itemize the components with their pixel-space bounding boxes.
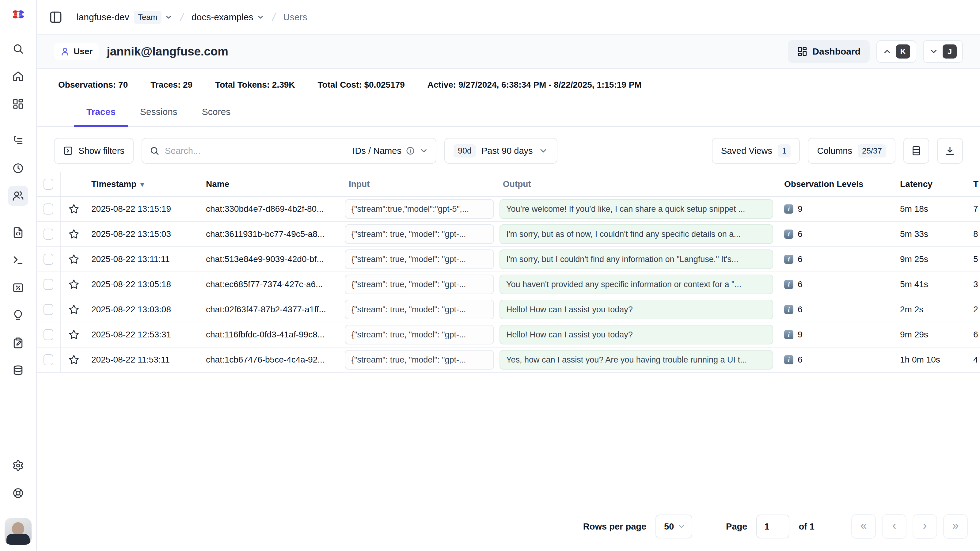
table-row[interactable]: 2025-08-22 13:05:18 chat:ec685f77-7374-4… xyxy=(37,272,980,297)
cell-latency: 9m 29s xyxy=(889,330,959,339)
page-label: Page xyxy=(726,522,747,532)
cell-input[interactable]: {"stream": true, "model": "gpt-... xyxy=(345,300,494,319)
col-header-input[interactable]: Input xyxy=(341,179,496,189)
cell-observation-levels: 6 xyxy=(798,254,803,264)
col-header-timestamp[interactable]: Timestamp▼ xyxy=(87,179,201,189)
stat-total-cost: Total Cost: $0.025179 xyxy=(318,80,405,90)
prev-user-button[interactable]: K xyxy=(877,40,916,63)
home-icon[interactable] xyxy=(8,66,28,86)
settings-icon[interactable] xyxy=(8,455,28,476)
search-nav-icon[interactable] xyxy=(8,38,28,59)
export-button[interactable] xyxy=(937,138,963,164)
sort-desc-icon: ▼ xyxy=(139,181,146,188)
cell-observation-levels: 9 xyxy=(798,204,803,214)
row-checkbox[interactable] xyxy=(43,229,53,240)
table-row[interactable]: 2025-08-22 13:15:03 chat:3611931b-bc77-4… xyxy=(37,222,980,247)
cell-input[interactable]: {"stream": true, "model": "gpt-... xyxy=(345,350,494,369)
col-header-tokens[interactable]: T xyxy=(959,179,980,189)
row-checkbox[interactable] xyxy=(43,304,53,315)
show-filters-button[interactable]: Show filters xyxy=(54,138,134,164)
row-checkbox[interactable] xyxy=(43,279,53,290)
insights-icon[interactable] xyxy=(8,305,28,325)
cell-tokens: 7 xyxy=(959,204,980,214)
last-page-button[interactable]: » xyxy=(943,514,968,539)
row-checkbox[interactable] xyxy=(43,354,53,365)
cell-timestamp: 2025-08-22 13:05:18 xyxy=(87,279,201,289)
cell-timestamp: 2025-08-22 13:11:11 xyxy=(87,254,201,264)
star-icon[interactable] xyxy=(68,229,80,240)
table-row[interactable]: 2025-08-22 13:03:08 chat:02f63f47-87b2-4… xyxy=(37,297,980,322)
star-icon[interactable] xyxy=(68,204,80,215)
table-row[interactable]: 2025-08-22 13:15:19 chat:330bd4e7-d869-4… xyxy=(37,197,980,222)
star-icon[interactable] xyxy=(68,254,80,265)
user-avatar[interactable] xyxy=(5,518,32,545)
evaluation-icon[interactable] xyxy=(8,278,28,298)
playground-icon[interactable] xyxy=(8,250,28,270)
main-area: langfuse-dev Team / docs-examples / User… xyxy=(37,0,980,551)
next-page-button[interactable]: › xyxy=(913,514,937,539)
columns-button[interactable]: Columns 25/37 xyxy=(808,138,896,164)
cell-input[interactable]: {"stream": true, "model": "gpt-... xyxy=(345,225,494,244)
cell-output[interactable]: I'm sorry, but as of now, I couldn't fin… xyxy=(500,225,773,244)
datasets-icon[interactable] xyxy=(8,360,28,381)
tab-traces[interactable]: Traces xyxy=(74,101,128,127)
users-nav-icon[interactable] xyxy=(8,186,28,206)
sessions-icon[interactable] xyxy=(8,158,28,178)
support-icon[interactable] xyxy=(8,483,28,503)
tab-scores[interactable]: Scores xyxy=(190,101,243,127)
annotation-icon[interactable] xyxy=(8,333,28,353)
saved-views-button[interactable]: Saved Views 1 xyxy=(712,138,800,164)
cell-tokens: 6 xyxy=(959,330,980,339)
tab-sessions[interactable]: Sessions xyxy=(128,101,190,127)
chevron-down-icon[interactable] xyxy=(256,13,264,21)
table-row[interactable]: 2025-08-22 12:53:31 chat:116fbfdc-0fd3-4… xyxy=(37,322,980,347)
chevron-down-icon xyxy=(538,146,548,156)
breadcrumb-project[interactable]: docs-examples xyxy=(191,12,253,22)
dashboards-icon[interactable] xyxy=(8,94,28,114)
prompts-icon[interactable] xyxy=(8,223,28,243)
row-height-button[interactable] xyxy=(904,138,929,164)
cell-input[interactable]: {"stream": true, "model": "gpt-... xyxy=(345,275,494,294)
cell-input[interactable]: {"stream":true,"model":"gpt-5",... xyxy=(345,199,494,219)
first-page-button[interactable]: « xyxy=(851,514,876,539)
dashboard-button[interactable]: Dashboard xyxy=(788,40,870,63)
col-header-name[interactable]: Name xyxy=(201,179,341,189)
col-header-observation-levels[interactable]: Observation Levels xyxy=(775,179,889,189)
next-user-button[interactable]: J xyxy=(923,40,963,63)
app-root: langfuse-dev Team / docs-examples / User… xyxy=(0,0,980,551)
table-row[interactable]: 2025-08-22 11:53:11 chat:1cb67476-b5ce-4… xyxy=(37,347,980,373)
col-header-latency[interactable]: Latency xyxy=(889,179,959,189)
star-icon[interactable] xyxy=(68,329,80,340)
star-icon[interactable] xyxy=(68,279,80,290)
table-row[interactable]: 2025-08-22 13:11:11 chat:513e84e9-9039-4… xyxy=(37,247,980,272)
cell-timestamp: 2025-08-22 13:15:19 xyxy=(87,204,201,214)
row-checkbox[interactable] xyxy=(43,254,53,265)
cell-output[interactable]: Yes, how can I assist you? Are you havin… xyxy=(500,350,773,369)
star-icon[interactable] xyxy=(68,354,80,365)
search-mode-select[interactable]: IDs / Names xyxy=(352,146,428,156)
cell-output[interactable]: I'm sorry, but I couldn't find any infor… xyxy=(500,250,773,269)
rows-icon xyxy=(911,145,922,156)
row-checkbox[interactable] xyxy=(43,204,53,215)
row-checkbox[interactable] xyxy=(43,329,53,340)
breadcrumb-org[interactable]: langfuse-dev xyxy=(76,12,129,22)
cell-output[interactable]: You’re welcome! If you’d like, I can sha… xyxy=(500,199,773,219)
chevron-down-icon[interactable] xyxy=(165,13,172,21)
cell-output[interactable]: You haven't provided any specific inform… xyxy=(500,275,773,294)
sidebar-toggle-icon[interactable] xyxy=(49,10,63,24)
star-icon[interactable] xyxy=(68,304,80,315)
select-all-checkbox[interactable] xyxy=(43,179,53,190)
cell-output[interactable]: Hello! How can I assist you today? xyxy=(500,300,773,319)
prev-page-button[interactable]: ‹ xyxy=(882,514,907,539)
cell-input[interactable]: {"stream": true, "model": "gpt-... xyxy=(345,325,494,344)
cell-input[interactable]: {"stream": true, "model": "gpt-... xyxy=(345,250,494,269)
cell-output[interactable]: Hello! How can I assist you today? xyxy=(500,325,773,344)
tracing-icon[interactable] xyxy=(8,131,28,151)
page-count-label: of 1 xyxy=(799,522,815,532)
search-input[interactable] xyxy=(165,146,347,156)
page-size-select[interactable]: 50 xyxy=(655,514,692,538)
page-number-input[interactable] xyxy=(756,514,789,538)
cell-name: chat:02f63f47-87b2-4377-a1ff... xyxy=(201,305,341,314)
col-header-output[interactable]: Output xyxy=(496,179,775,189)
date-range-button[interactable]: 90d Past 90 days xyxy=(444,138,557,164)
